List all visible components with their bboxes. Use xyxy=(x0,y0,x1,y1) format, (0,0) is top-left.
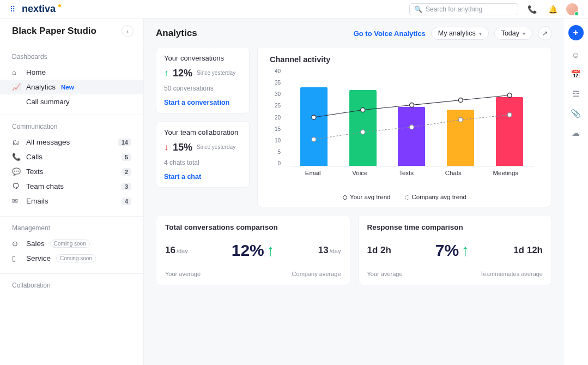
add-button[interactable]: + xyxy=(568,25,584,40)
main-content: Analytics Go to Voice Analytics My analy… xyxy=(144,19,563,365)
legend-item: Company avg trend xyxy=(405,194,466,200)
legend-label: Company avg trend xyxy=(412,194,466,200)
per-label: /day xyxy=(177,248,188,254)
collapse-sidebar-button[interactable]: ‹ xyxy=(122,25,134,37)
home-icon: ⌂ xyxy=(12,68,21,76)
apps-grid-icon[interactable]: ⠿ xyxy=(10,5,15,14)
svg-point-3 xyxy=(458,98,463,103)
sales-icon: ⊙ xyxy=(12,240,21,248)
section-management: Management xyxy=(0,217,143,236)
sidebar-item-emails[interactable]: ✉Emails4 xyxy=(0,194,143,208)
search-icon: 🔍 xyxy=(414,5,422,13)
attachment-icon[interactable]: 📎 xyxy=(571,109,581,118)
count-badge: 2 xyxy=(122,168,131,176)
svg-point-7 xyxy=(410,125,414,129)
kpi-subtext: Since yesterday xyxy=(197,144,235,151)
chevron-down-icon: ▾ xyxy=(523,31,525,37)
sidebar-item-service[interactable]: ▯ServiceComing soon xyxy=(0,251,143,266)
legend-item: Your avg trend xyxy=(343,194,390,200)
cloud-icon[interactable]: ☁ xyxy=(572,128,580,138)
x-label: Texts xyxy=(399,170,414,176)
new-badge: New xyxy=(61,84,74,91)
kpi-percent: 12% xyxy=(173,68,192,79)
coming-soon-pill: Coming soon xyxy=(56,254,96,262)
chart-canvas: 4035302520151050 EmailVoiceTextsChatsMee… xyxy=(284,68,539,177)
brand-accent-dot xyxy=(58,4,61,7)
your-value: 16 xyxy=(165,245,175,255)
count-badge: 5 xyxy=(122,153,131,161)
kpi-conversations-card: Your conversations ↑12%Since yesterday 5… xyxy=(156,47,250,113)
channel-activity-card: Channel activity 4035302520151050 EmailV… xyxy=(257,47,552,207)
total-conversations-comparison-card: Total conversations comparison 16/day 12… xyxy=(156,215,350,285)
foot-left: Your average xyxy=(367,271,403,277)
phone-icon[interactable]: 📞 xyxy=(525,2,539,16)
delta-percent: 12% xyxy=(232,241,264,260)
card-title: Response time comparison xyxy=(367,223,543,231)
sidebar-item-label: Emails xyxy=(26,197,49,205)
sidebar-item-all-messages[interactable]: 🗂All messages14 xyxy=(0,135,143,149)
response-time-comparison-card: Response time comparison 1d 2h 7%↑ 1d 12… xyxy=(358,215,553,285)
share-icon: ↗ xyxy=(542,29,548,37)
arrow-down-icon: ↓ xyxy=(164,142,168,152)
calls-icon: 📞 xyxy=(12,153,21,161)
calendar-icon[interactable]: 📅 xyxy=(571,69,581,79)
x-label: Meetings xyxy=(493,170,518,176)
sidebar-item-label: Texts xyxy=(26,167,44,176)
kpi-title: Your conversations xyxy=(164,54,241,63)
date-range-dropdown[interactable]: Today▾ xyxy=(494,27,532,40)
trend-lines xyxy=(289,68,534,166)
start-conversation-link[interactable]: Start a conversation xyxy=(164,99,241,106)
workspace-name[interactable]: Black Paper Studio xyxy=(12,26,96,37)
y-axis: 4035302520151050 xyxy=(270,68,281,166)
sidebar-item-home[interactable]: ⌂Home xyxy=(0,65,143,80)
service-icon: ▯ xyxy=(12,254,21,262)
share-button[interactable]: ↗ xyxy=(538,26,552,40)
chat-icon: 🗨 xyxy=(12,182,21,190)
svg-point-6 xyxy=(361,130,365,134)
legend-marker-dashed xyxy=(405,195,409,200)
x-axis-labels: EmailVoiceTextsChatsMeetings xyxy=(289,170,534,176)
x-label: Voice xyxy=(352,170,367,176)
texts-icon: 💬 xyxy=(12,167,21,176)
sidebar-item-call-summary[interactable]: Call summary xyxy=(0,94,143,109)
sidebar-item-texts[interactable]: 💬Texts2 xyxy=(0,164,143,179)
my-analytics-dropdown[interactable]: My analytics▾ xyxy=(431,27,489,40)
sidebar-item-analytics[interactable]: 📈AnalyticsNew xyxy=(0,80,143,94)
svg-point-9 xyxy=(507,113,512,117)
email-icon: ✉ xyxy=(12,197,21,205)
arrow-up-icon: ↑ xyxy=(266,241,275,260)
sidebar: Black Paper Studio ‹ Dashboards ⌂Home 📈A… xyxy=(0,19,144,365)
rightbar: + ☺ 📅 ☲ 📎 ☁ xyxy=(563,19,588,365)
sidebar-item-label: All messages xyxy=(26,138,70,146)
sidebar-item-sales[interactable]: ⊙SalesComing soon xyxy=(0,236,143,251)
sidebar-item-calls[interactable]: 📞Calls5 xyxy=(0,149,143,164)
brand-text: nextiva xyxy=(22,3,56,15)
messages-icon: 🗂 xyxy=(12,138,21,146)
bell-icon[interactable]: 🔔 xyxy=(545,2,560,16)
topbar: ⠿ nextiva 🔍 Search for anything 📞 🔔 xyxy=(0,0,588,19)
voice-analytics-link[interactable]: Go to Voice Analytics xyxy=(354,29,426,38)
count-badge: 3 xyxy=(122,183,131,190)
svg-point-4 xyxy=(507,93,512,98)
card-title: Total conversations comparison xyxy=(165,223,341,231)
list-icon[interactable]: ☲ xyxy=(572,89,579,99)
sidebar-item-label: Home xyxy=(26,68,46,76)
sidebar-item-label: Team chats xyxy=(26,182,64,190)
count-badge: 14 xyxy=(118,139,131,146)
svg-point-5 xyxy=(312,137,316,142)
avatar[interactable] xyxy=(566,3,578,15)
brand-logo[interactable]: nextiva xyxy=(22,3,59,15)
legend-marker-solid xyxy=(343,195,347,200)
start-chat-link[interactable]: Start a chat xyxy=(164,173,241,181)
sidebar-item-label: Calls xyxy=(26,153,43,161)
legend-label: Your avg trend xyxy=(350,194,390,200)
kpi-subtext: Since yesterday xyxy=(197,70,235,76)
dropdown-label: My analytics xyxy=(438,29,476,37)
search-input[interactable]: 🔍 Search for anything xyxy=(409,3,518,15)
other-value: 1d 12h xyxy=(513,245,543,256)
count-badge: 4 xyxy=(122,198,131,205)
sidebar-item-team-chats[interactable]: 🗨Team chats3 xyxy=(0,179,143,194)
x-label: Chats xyxy=(445,170,462,176)
svg-point-8 xyxy=(458,118,463,122)
profile-icon[interactable]: ☺ xyxy=(572,50,580,59)
